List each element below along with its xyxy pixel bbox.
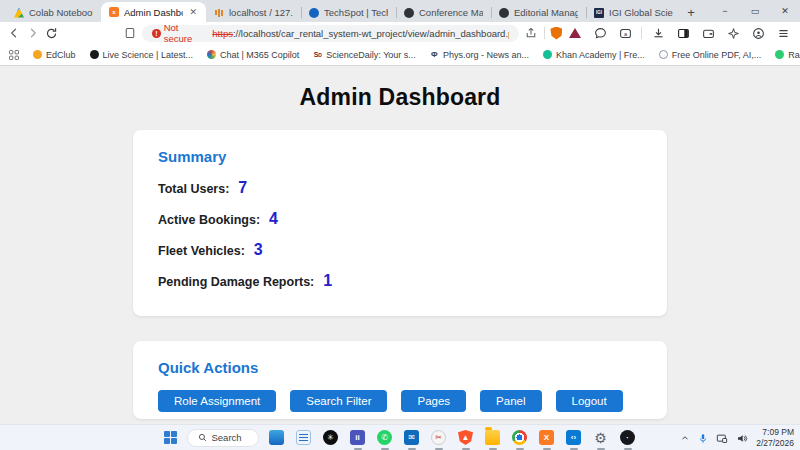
google-drive-icon xyxy=(14,8,24,18)
not-secure-badge[interactable]: ! Not secure xyxy=(152,22,207,44)
tab-conference-manager[interactable]: Conference Manage xyxy=(396,3,491,22)
reload-icon[interactable] xyxy=(45,24,58,42)
documents-app-icon[interactable] xyxy=(295,429,313,447)
tab-localhost[interactable]: localhost / 127.0.0.1 | xyxy=(206,3,301,22)
summary-row-active-bookings: Active Bookings: 4 xyxy=(158,210,642,228)
bookmark-sciencedaily[interactable]: SD ScienceDaily: Your s... xyxy=(308,48,421,62)
snipping-tool-app-icon[interactable]: ✂ xyxy=(430,429,448,447)
teams-app-icon[interactable]: ii xyxy=(349,429,367,447)
khan-academy-icon xyxy=(543,50,552,59)
svg-text:a: a xyxy=(623,30,627,36)
maximize-button[interactable]: ▭ xyxy=(740,0,770,22)
free-pdf-icon: ◌ xyxy=(659,50,668,59)
media-app-icon[interactable]: · xyxy=(619,429,637,447)
bookmark-copilot[interactable]: Chat | M365 Copilot xyxy=(202,48,304,62)
extension-shield-icon[interactable] xyxy=(550,24,562,42)
quick-actions-card: Quick Actions Role Assignment Search Fil… xyxy=(133,341,667,419)
tab-igi-global[interactable]: IGI IGI Global Scientific P xyxy=(586,3,681,22)
toolbar-right-cluster: a xyxy=(591,24,792,42)
tray-chevron-icon[interactable] xyxy=(680,433,690,443)
microphone-icon[interactable] xyxy=(698,433,708,444)
radio-garden-icon xyxy=(775,50,784,59)
new-tab-button[interactable]: + xyxy=(681,3,701,22)
brave-app-icon[interactable]: ▲ xyxy=(457,429,475,447)
quick-actions-row: Role Assignment Search Filter Pages Pane… xyxy=(158,390,642,412)
role-assignment-button[interactable]: Role Assignment xyxy=(158,390,276,412)
active-bookings-value: 4 xyxy=(269,210,278,228)
page-title: Admin Dashboard xyxy=(0,84,800,111)
vscode-app-icon[interactable]: ‹› xyxy=(565,429,583,447)
xampp-app-icon[interactable]: X xyxy=(538,429,556,447)
live-science-icon xyxy=(90,50,99,59)
xampp-favicon-icon: x xyxy=(109,7,119,17)
tab-close-icon[interactable]: ✕ xyxy=(188,7,198,17)
clock-date: 2/27/2026 xyxy=(756,438,794,449)
forward-icon[interactable] xyxy=(26,24,38,42)
downloads-icon[interactable] xyxy=(649,24,667,42)
igi-favicon-icon: IGI xyxy=(594,8,604,18)
panel-button[interactable]: Panel xyxy=(480,390,541,412)
labs-icon[interactable]: a xyxy=(616,24,634,42)
physorg-icon: Φ xyxy=(430,50,439,59)
sparkle-icon[interactable] xyxy=(724,24,742,42)
taskbar-clock[interactable]: 7:09 PM 2/27/2026 xyxy=(756,427,794,448)
toolbar-separator xyxy=(544,27,545,39)
bookmark-free-pdf[interactable]: ◌ Free Online PDF, AI,... xyxy=(654,48,767,62)
reading-list-icon[interactable] xyxy=(124,24,136,42)
apps-grid-icon[interactable] xyxy=(8,46,20,64)
bookmark-edclub[interactable]: EdClub xyxy=(28,48,81,62)
chat-bubble-icon[interactable] xyxy=(591,24,609,42)
chatgpt-app-icon[interactable]: ✳ xyxy=(322,429,340,447)
search-filter-button[interactable]: Search Filter xyxy=(290,390,387,412)
cast-screen-icon[interactable] xyxy=(716,433,728,444)
side-panel-icon[interactable] xyxy=(674,24,692,42)
minimize-button[interactable]: − xyxy=(710,0,740,22)
profile-icon[interactable] xyxy=(749,24,767,42)
monitor-app-icon[interactable] xyxy=(268,429,286,447)
summary-row-fleet-vehicles: Fleet Vehicles: 3 xyxy=(158,241,642,259)
summary-heading: Summary xyxy=(158,148,642,165)
close-button[interactable]: ✕ xyxy=(770,0,800,22)
summary-row-pending-damage-reports: Pending Damage Reports: 1 xyxy=(158,272,642,290)
globe-favicon-icon xyxy=(404,8,414,18)
volume-icon[interactable] xyxy=(736,433,748,444)
address-bar[interactable]: ! Not secure https://localhost/car_renta… xyxy=(142,25,519,42)
extension-triangle-icon[interactable] xyxy=(569,24,581,42)
share-icon[interactable] xyxy=(525,24,537,42)
outlook-app-icon[interactable]: ✉ xyxy=(403,429,421,447)
toolbar-separator xyxy=(641,27,642,39)
total-users-value: 7 xyxy=(238,179,247,197)
bookmark-radio-garden[interactable]: Radio Garden – Alb... xyxy=(770,48,800,62)
logout-button[interactable]: Logout xyxy=(556,390,623,412)
start-button[interactable] xyxy=(164,431,178,445)
chrome-app-icon[interactable] xyxy=(511,429,529,447)
bookmark-physorg[interactable]: Φ Phys.org - News an... xyxy=(425,48,534,62)
browser-toolbar: ! Not secure https://localhost/car_renta… xyxy=(0,22,800,44)
settings-app-icon[interactable]: ⚙ xyxy=(592,429,610,447)
bookmark-live-science[interactable]: Live Science | Latest... xyxy=(85,48,198,62)
fleet-vehicles-value: 3 xyxy=(254,241,263,259)
bookmark-khan-academy[interactable]: Khan Academy | Fre... xyxy=(538,48,650,62)
back-icon[interactable] xyxy=(8,24,20,42)
whatsapp-app-icon[interactable]: ✆ xyxy=(376,429,394,447)
tab-admin-dashboard-active[interactable]: x Admin Dashboa ✕ xyxy=(101,2,206,22)
localhost-favicon-icon xyxy=(214,8,224,18)
summary-card: Summary Total Users: 7 Active Bookings: … xyxy=(133,130,667,316)
file-explorer-app-icon[interactable] xyxy=(484,429,502,447)
url-text: https://localhost/car_rental_system-wt_p… xyxy=(212,28,509,39)
menu-icon[interactable] xyxy=(774,24,792,42)
taskbar-search[interactable]: Search xyxy=(187,429,259,447)
pending-damage-reports-value: 1 xyxy=(323,272,332,290)
edclub-icon xyxy=(33,50,42,59)
page-content: Admin Dashboard Summary Total Users: 7 A… xyxy=(0,66,800,424)
sciencedaily-icon: SD xyxy=(313,50,322,59)
tab-techspot[interactable]: TechSpot | Tech Enth xyxy=(301,3,396,22)
window-controls: − ▭ ✕ xyxy=(710,0,800,22)
not-secure-icon: ! xyxy=(152,29,161,38)
tab-editorial-manager[interactable]: Editorial Manager® xyxy=(491,3,586,22)
pages-button[interactable]: Pages xyxy=(401,390,466,412)
wallet-icon[interactable] xyxy=(699,24,717,42)
browser-tab-strip: Colab Notebooks - G x Admin Dashboa ✕ lo… xyxy=(0,0,800,22)
taskbar: Search ✳ ii ✆ ✉ ✂ ▲ X ‹› ⚙ · 7:09 PM 2/2… xyxy=(0,424,800,450)
tab-colab-notebooks[interactable]: Colab Notebooks - G xyxy=(6,3,101,22)
